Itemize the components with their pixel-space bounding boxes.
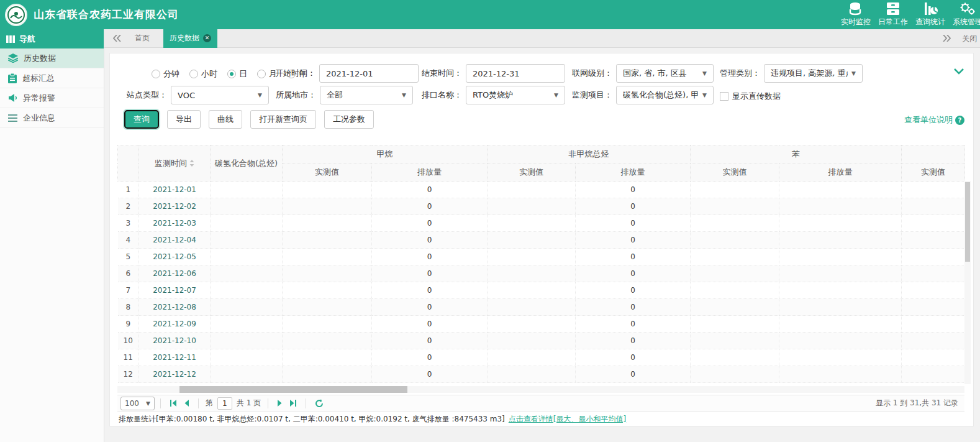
col-index <box>118 145 139 182</box>
table-row[interactable]: 122021-12-1200 <box>118 366 965 383</box>
col-monitor-time[interactable]: 监测时间 <box>139 145 211 182</box>
date-cell[interactable]: 2021-12-09 <box>139 316 211 333</box>
start-time-input[interactable]: 2021-12-01 <box>319 64 419 83</box>
outlet-name-select[interactable]: RTO焚烧炉▼ <box>466 86 565 104</box>
radio-hour[interactable]: 小时 <box>189 68 217 80</box>
end-time-input[interactable]: 2021-12-31 <box>466 64 565 83</box>
tab-history-data[interactable]: 历史数据 ✕ <box>163 29 217 48</box>
help-icon: ? <box>955 116 964 125</box>
radio-month[interactable]: 月 <box>257 68 277 80</box>
chevron-down-icon: ▼ <box>851 70 856 76</box>
view-detail-link[interactable]: 点击查看详情[最大、最小和平均值] <box>509 415 626 423</box>
menu-realtime-monitor[interactable]: 实时监控 <box>837 2 874 27</box>
value-cell <box>902 198 965 215</box>
network-level-label: 联网级别： <box>572 68 612 79</box>
list-icon <box>8 114 17 122</box>
radio-day[interactable]: 日 <box>227 68 247 80</box>
city-select[interactable]: 全部▼ <box>320 86 413 104</box>
manage-category-label: 管理类别： <box>720 68 760 79</box>
direct-data-checkbox-field[interactable]: 显示直传数据 <box>720 91 781 102</box>
chevrons-right-icon[interactable] <box>943 34 951 44</box>
value-cell <box>779 182 902 198</box>
table-row[interactable]: 12021-12-0100 <box>118 182 965 198</box>
table-row[interactable]: 62021-12-0600 <box>118 265 965 282</box>
menu-daily-work[interactable]: 日常工作 <box>874 2 912 27</box>
vertical-scrollbar[interactable] <box>964 181 971 384</box>
value-cell: 0 <box>372 182 488 198</box>
page-size-select[interactable]: 100▼ <box>120 397 155 410</box>
next-page-icon[interactable] <box>277 400 283 407</box>
date-cell[interactable]: 2021-12-08 <box>139 299 211 316</box>
working-params-button[interactable]: 工况参数 <box>324 110 374 129</box>
first-page-icon[interactable] <box>170 400 178 407</box>
date-cell[interactable]: 2021-12-01 <box>139 182 211 198</box>
date-cell[interactable]: 2021-12-05 <box>139 249 211 265</box>
value-cell <box>779 349 902 366</box>
chevrons-left-icon[interactable] <box>113 35 121 42</box>
sidebar-item-history-data[interactable]: 历史数据 <box>0 48 104 68</box>
refresh-icon[interactable] <box>315 399 324 408</box>
value-cell <box>779 232 902 249</box>
row-number: 9 <box>118 316 139 333</box>
value-cell <box>902 333 965 349</box>
date-cell[interactable]: 2021-12-03 <box>139 215 211 232</box>
table-row[interactable]: 72021-12-0700 <box>118 282 965 299</box>
date-cell[interactable]: 2021-12-07 <box>139 282 211 299</box>
query-button[interactable]: 查询 <box>124 110 159 129</box>
value-cell: 0 <box>576 182 691 198</box>
value-cell <box>691 215 779 232</box>
date-cell[interactable]: 2021-12-04 <box>139 232 211 249</box>
sidebar-item-company-info[interactable]: 企业信息 <box>0 108 104 128</box>
value-cell <box>779 198 902 215</box>
open-new-query-button[interactable]: 打开新查询页 <box>250 110 316 129</box>
table-row[interactable]: 92021-12-0900 <box>118 316 965 333</box>
col-emission: 排放量 <box>779 163 902 182</box>
checkbox-icon[interactable] <box>720 92 728 101</box>
date-cell[interactable]: 2021-12-06 <box>139 265 211 282</box>
table-row[interactable]: 42021-12-0400 <box>118 232 965 249</box>
prev-page-icon[interactable] <box>184 400 189 407</box>
export-button[interactable]: 导出 <box>167 110 201 129</box>
sidebar-item-exceed-summary[interactable]: 超标汇总 <box>0 68 104 88</box>
table-row[interactable]: 22021-12-0200 <box>118 198 965 215</box>
close-icon[interactable]: ✕ <box>203 34 211 42</box>
table-row[interactable]: 112021-12-1100 <box>118 349 965 366</box>
sort-icon[interactable] <box>189 159 194 168</box>
table-row[interactable]: 82021-12-0800 <box>118 299 965 316</box>
unit-help-link[interactable]: 查看单位说明 ? <box>904 114 964 126</box>
table-row[interactable]: 102021-12-1000 <box>118 333 965 349</box>
sidebar-item-abnormal-alarm[interactable]: 异常报警 <box>0 88 104 108</box>
date-cell[interactable]: 2021-12-12 <box>139 366 211 383</box>
date-cell[interactable]: 2021-12-02 <box>139 198 211 215</box>
value-cell <box>211 366 283 383</box>
date-cell[interactable]: 2021-12-10 <box>139 333 211 349</box>
horizontal-scrollbar-thumb[interactable] <box>179 386 407 393</box>
divider <box>306 398 306 408</box>
vertical-scrollbar-thumb[interactable] <box>965 182 970 262</box>
horizontal-scrollbar[interactable] <box>117 386 964 393</box>
date-cell[interactable]: 2021-12-11 <box>139 349 211 366</box>
menu-query-stats[interactable]: 查询统计 <box>912 2 949 27</box>
col-group-next <box>902 145 965 163</box>
panel-collapse-chevron-icon[interactable] <box>953 67 964 76</box>
network-level-select[interactable]: 国家, 省, 市, 区县▼ <box>616 64 714 83</box>
value-cell <box>488 198 576 215</box>
value-cell <box>779 299 902 316</box>
curve-button[interactable]: 曲线 <box>209 110 242 129</box>
menu-label: 实时监控 <box>841 17 871 27</box>
close-tabs-menu[interactable]: 关闭 ▼ <box>962 34 980 44</box>
value-cell <box>488 215 576 232</box>
last-page-icon[interactable] <box>289 400 297 407</box>
manage-category-select[interactable]: 违规项目, 高架源, 重点排污▼ <box>764 64 863 83</box>
tab-home[interactable]: 首页 <box>135 33 150 44</box>
menu-system-admin[interactable]: 系统管理 <box>949 2 980 27</box>
monitor-items-select[interactable]: 碳氢化合物(总烃), 甲烷, 非▼ <box>616 86 714 104</box>
value-cell <box>902 299 965 316</box>
table-row[interactable]: 52021-12-0500 <box>118 249 965 265</box>
station-type-select[interactable]: VOC▼ <box>171 86 269 104</box>
page-total-label: 共 1 页 <box>237 398 261 408</box>
page-number-input[interactable]: 1 <box>217 397 232 410</box>
col-measured: 实测值 <box>488 163 576 182</box>
radio-minute[interactable]: 分钟 <box>152 68 179 80</box>
table-row[interactable]: 32021-12-0300 <box>118 215 965 232</box>
